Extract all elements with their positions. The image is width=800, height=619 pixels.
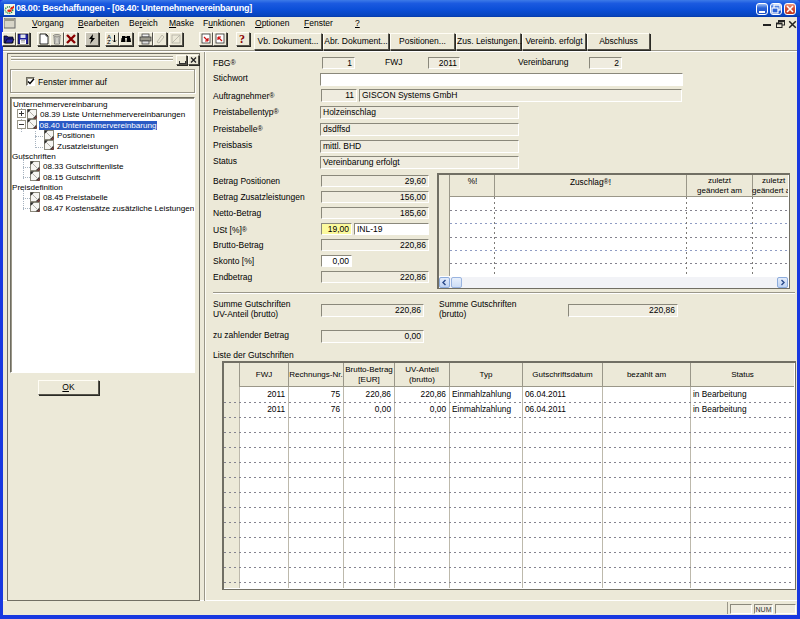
svg-text:Z: Z (107, 39, 111, 45)
